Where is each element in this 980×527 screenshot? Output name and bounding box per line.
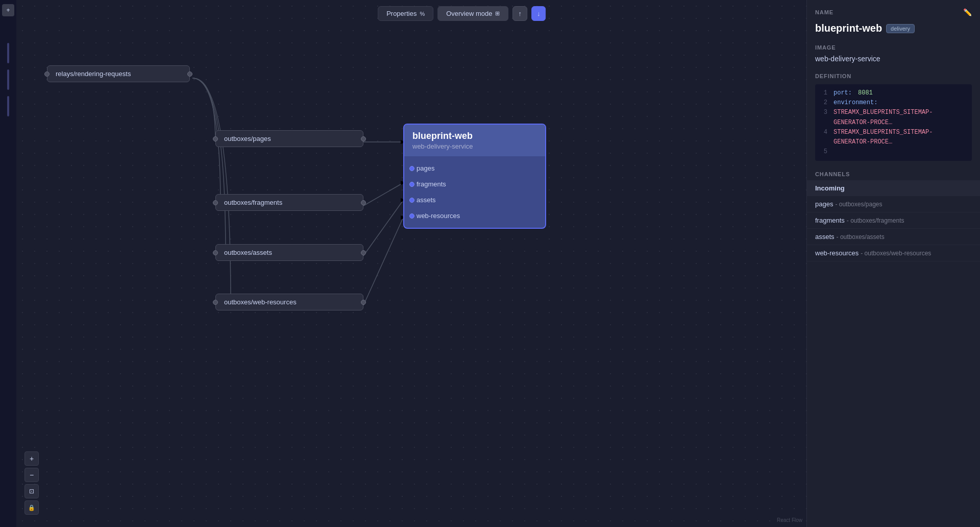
- assets-port-left: [213, 250, 218, 255]
- web-resources-port-right: [361, 300, 366, 305]
- blueprint-channel-fragments: fragments: [404, 176, 545, 192]
- web-resources-node[interactable]: outboxes/web-resources: [215, 294, 363, 310]
- service-name: blueprint-web: [815, 22, 882, 34]
- relay-port-left: [44, 71, 50, 77]
- upload-icon: ↑: [518, 10, 522, 17]
- blueprint-title: blueprint-web: [412, 131, 537, 141]
- channel-source-fragments: - outboxes/fragments: [847, 217, 904, 224]
- channels-section: Incoming pages - outboxes/pages fragment…: [807, 180, 980, 266]
- code-line-5: 5: [819, 147, 968, 157]
- fragments-port-right: [361, 200, 366, 205]
- channel-row-fragments[interactable]: fragments - outboxes/fragments: [807, 212, 980, 229]
- canvas-area[interactable]: Properties % Overview mode ⊞ ↑ ↓: [16, 0, 806, 527]
- blueprint-channel-assets: assets: [404, 192, 545, 208]
- relay-node[interactable]: relays/rendering-requests: [47, 65, 190, 82]
- fragments-label: outboxes/fragments: [224, 199, 282, 206]
- blueprint-node[interactable]: blueprint-web web-delivery-service pages…: [403, 124, 546, 229]
- channel-row-assets[interactable]: assets - outboxes/assets: [807, 229, 980, 245]
- image-section-label: IMAGE: [807, 44, 980, 51]
- code-line-4: 4 STREAMX_BLUEPRINTS_SITEMAP-GENERATOR-P…: [819, 128, 968, 147]
- panel-name-row: blueprint-web delivery: [807, 20, 980, 40]
- service-badge: delivery: [886, 24, 915, 33]
- blueprint-subtitle: web-delivery-service: [412, 142, 537, 150]
- overview-mode-icon: ⊞: [495, 10, 500, 17]
- relay-port-right: [187, 71, 192, 77]
- definition-code-block: 1 port: 8081 2 environment: 3 STREAMX_BL…: [815, 84, 972, 161]
- channel-row-web-resources[interactable]: web-resources - outboxes/web-resources: [807, 245, 980, 261]
- image-value: web-delivery-service: [807, 54, 980, 69]
- channel-source-assets: - outboxes/assets: [837, 233, 885, 241]
- zoom-in-icon: +: [30, 454, 34, 463]
- properties-label: Properties: [386, 10, 416, 17]
- pages-label: outboxes/pages: [224, 135, 271, 142]
- channel-name-web-resources: web-resources: [815, 249, 859, 257]
- properties-icon: %: [420, 11, 425, 17]
- canvas-controls: + − ⊡ 🔒: [24, 451, 39, 515]
- channel-name-fragments: fragments: [815, 217, 845, 224]
- reactflow-watermark: React Flow: [777, 517, 802, 523]
- download-button[interactable]: ↓: [531, 6, 546, 21]
- download-icon: ↓: [537, 10, 541, 17]
- web-resources-label: outboxes/web-resources: [224, 298, 297, 306]
- pages-port-right: [361, 136, 366, 141]
- assets-node[interactable]: outboxes/assets: [215, 244, 363, 261]
- edit-icon[interactable]: ✏️: [963, 8, 972, 16]
- zoom-out-icon: −: [30, 471, 34, 479]
- fragments-port-left: [213, 200, 218, 205]
- left-sidebar: +: [0, 0, 16, 527]
- toolbar: Properties % Overview mode ⊞ ↑ ↓: [378, 6, 546, 21]
- zoom-in-button[interactable]: +: [24, 451, 39, 466]
- relay-label: relays/rendering-requests: [56, 70, 131, 78]
- lock-icon: 🔒: [28, 505, 35, 511]
- channel-source-web-resources: - outboxes/web-resources: [861, 250, 931, 257]
- assets-port-right: [361, 250, 366, 255]
- lock-button[interactable]: 🔒: [24, 500, 39, 515]
- incoming-header: Incoming: [807, 180, 980, 196]
- sidebar-add-icon[interactable]: +: [2, 4, 14, 16]
- overview-mode-label: Overview mode: [446, 10, 492, 17]
- blueprint-channel-web-resources: web-resources: [404, 208, 545, 224]
- blueprint-header: blueprint-web web-delivery-service: [404, 125, 545, 156]
- channel-source-pages: - outboxes/pages: [835, 201, 882, 208]
- web-resources-port-left: [213, 300, 218, 305]
- code-line-2: 2 environment:: [819, 98, 968, 108]
- channels-section-label: CHANNELS: [807, 171, 980, 177]
- zoom-out-button[interactable]: −: [24, 468, 39, 482]
- right-panel: NAME ✏️ blueprint-web delivery IMAGE web…: [806, 0, 980, 527]
- blueprint-channels: pages fragments assets web-resources: [404, 156, 545, 228]
- channel-row-pages[interactable]: pages - outboxes/pages: [807, 196, 980, 212]
- properties-button[interactable]: Properties %: [378, 6, 433, 21]
- panel-header: NAME ✏️: [807, 0, 980, 20]
- definition-section-label: DEFINITION: [807, 73, 980, 79]
- fit-view-button[interactable]: ⊡: [24, 484, 39, 498]
- code-line-3: 3 STREAMX_BLUEPRINTS_SITEMAP-GENERATOR-P…: [819, 108, 968, 127]
- fragments-node[interactable]: outboxes/fragments: [215, 194, 363, 211]
- code-line-1: 1 port: 8081: [819, 88, 968, 98]
- pages-port-left: [213, 136, 218, 141]
- fit-icon: ⊡: [29, 488, 34, 495]
- name-section-label: NAME: [815, 9, 834, 15]
- channel-name-pages: pages: [815, 200, 833, 208]
- pages-node[interactable]: outboxes/pages: [215, 130, 363, 147]
- blueprint-channel-pages: pages: [404, 160, 545, 176]
- upload-button[interactable]: ↑: [512, 6, 527, 21]
- assets-label: outboxes/assets: [224, 249, 272, 256]
- overview-mode-button[interactable]: Overview mode ⊞: [437, 6, 508, 21]
- channel-name-assets: assets: [815, 233, 835, 241]
